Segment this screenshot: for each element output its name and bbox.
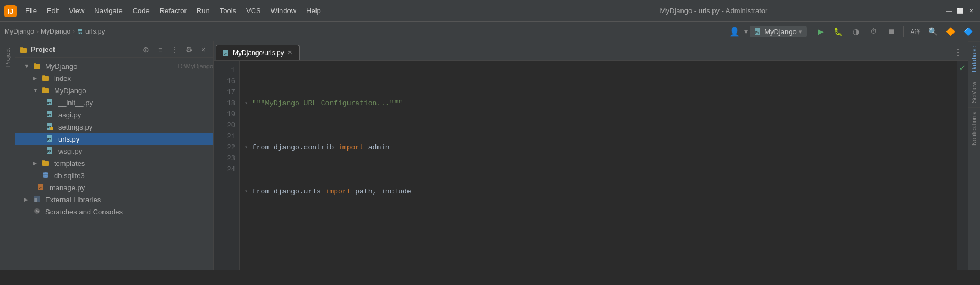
file-tree: ▼ MyDjango D:\MyDjango ▶ index — [15, 58, 213, 270]
notifications-panel-button[interactable]: Notifications — [968, 107, 980, 150]
svg-rect-6 — [20, 48, 27, 53]
run-config-dropdown[interactable]: py MyDjango ▾ — [750, 26, 807, 37]
tree-item-mydjango-folder[interactable]: ▼ MyDjango — [15, 84, 213, 96]
tree-label: asgi.py — [58, 111, 213, 119]
svg-rect-25 — [42, 161, 49, 166]
line-num-22: 22 — [214, 142, 239, 153]
tree-item-db-sqlite3[interactable]: db.sqlite3 — [15, 169, 213, 181]
code-token: import — [321, 186, 355, 197]
code-token: path, include — [355, 186, 411, 197]
tree-item-asgi-py[interactable]: py asgi.py — [15, 109, 213, 121]
menu-vcs[interactable]: VCS — [242, 4, 265, 17]
menu-help[interactable]: Help — [302, 4, 325, 17]
line-num-16: 16 — [214, 76, 239, 87]
tree-label: MyDjango — [54, 87, 213, 95]
panel-close-button[interactable]: × — [198, 44, 209, 55]
left-tool-strip: Project — [0, 41, 15, 270]
tree-label: manage.py — [50, 184, 213, 192]
menu-view[interactable]: View — [64, 4, 89, 17]
tree-item-index[interactable]: ▶ index — [15, 72, 213, 84]
translate-button[interactable]: A译 — [908, 24, 923, 39]
line-num-21: 21 — [214, 131, 239, 142]
editor-area: py MyDjango\urls.py ✕ ⋮ 1 16 17 18 19 20… — [214, 41, 968, 270]
account-button[interactable]: 👤 — [727, 24, 742, 39]
line-num-1: 1 — [214, 65, 239, 76]
folder-icon — [20, 46, 28, 53]
project-strip-label[interactable]: Project — [4, 46, 11, 69]
fold-marker[interactable]: ▾ — [244, 142, 252, 153]
maximize-button[interactable]: ⬜ — [956, 7, 965, 15]
editor-tab-urls-py[interactable]: py MyDjango\urls.py ✕ — [216, 45, 300, 60]
menu-edit[interactable]: Edit — [42, 4, 63, 17]
run-button[interactable]: ▶ — [813, 24, 829, 39]
database-panel-button[interactable]: Database — [968, 41, 980, 77]
editor-right-gutter: ✓ — [957, 61, 968, 270]
coverage-button[interactable]: ◑ — [848, 24, 864, 39]
code-line-17: ▾ from django.urls import path, include — [244, 186, 957, 197]
stop-button[interactable]: ⏹ — [884, 24, 899, 39]
menu-code[interactable]: Code — [128, 4, 154, 17]
minimize-button[interactable]: — — [945, 7, 954, 15]
close-button[interactable]: ✕ — [967, 7, 976, 15]
code-token: from — [252, 186, 274, 197]
panel-dots-button[interactable]: ⋮ — [169, 44, 180, 55]
tree-item-wsgi-py[interactable]: py wsgi.py — [15, 145, 213, 157]
plugins-button[interactable]: 🔶 — [943, 24, 958, 39]
editor-options-button[interactable]: ⋮ — [950, 45, 966, 60]
panel-settings-button[interactable]: ⚙ — [183, 44, 194, 55]
sciview-panel-button[interactable]: SciView — [968, 77, 980, 107]
svg-text:|||: ||| — [34, 197, 37, 202]
top-toolbar: MyDjango › MyDjango › py urls.py 👤 ▾ py … — [0, 22, 980, 41]
tree-item-manage-py[interactable]: py manage.py — [15, 181, 213, 193]
tab-close-button[interactable]: ✕ — [287, 49, 292, 56]
fold-marker[interactable]: ▾ — [244, 186, 252, 197]
panel-title: Project — [31, 45, 137, 53]
tree-item-urls-py[interactable]: py urls.py — [15, 133, 213, 145]
settings-button[interactable]: 🔷 — [960, 24, 976, 39]
tree-label: MyDjango — [45, 62, 175, 71]
fold-marker[interactable]: ▾ — [244, 98, 252, 109]
tree-item-settings-py[interactable]: py settings.py — [15, 121, 213, 133]
code-token: django.urls — [274, 186, 321, 197]
window-controls: — ⬜ ✕ — [945, 7, 976, 15]
code-editor[interactable]: 1 16 17 18 19 20 21 22 23 24 ▾ """MyDjan… — [214, 61, 968, 270]
tree-label: templates — [54, 159, 213, 168]
svg-point-29 — [43, 175, 48, 178]
main-layout: Project Project ⊕ ≡ ⋮ ⚙ × ▼ — [0, 41, 980, 270]
svg-text:py: py — [47, 113, 51, 116]
debug-button[interactable]: 🐛 — [831, 24, 846, 39]
tree-item-templates[interactable]: ▶ templates — [15, 157, 213, 169]
tree-label: wsgi.py — [58, 147, 213, 155]
svg-rect-11 — [42, 75, 45, 77]
svg-rect-8 — [34, 64, 40, 69]
svg-text:py: py — [755, 30, 760, 34]
menu-refactor[interactable]: Refactor — [155, 4, 191, 17]
svg-point-20 — [50, 127, 53, 130]
svg-rect-12 — [42, 88, 49, 93]
menu-file[interactable]: File — [21, 4, 41, 17]
tree-item-ext-libraries[interactable]: ▶ ||| External Libraries — [15, 193, 213, 206]
tree-label: Scratches and Consoles — [45, 208, 213, 216]
code-token: import — [334, 142, 368, 153]
menu-run[interactable]: Run — [192, 4, 214, 17]
menu-bar: File Edit View Navigate Code Refactor Ru… — [21, 4, 483, 17]
tree-item-scratches[interactable]: ✎ Scratches and Consoles — [15, 206, 213, 218]
py-file-icon: py — [223, 50, 230, 56]
tree-label: __init__.py — [58, 99, 213, 107]
tree-item-mydjango-root[interactable]: ▼ MyDjango D:\MyDjango — [15, 60, 213, 72]
svg-text:py: py — [78, 30, 83, 34]
menu-window[interactable]: Window — [266, 4, 301, 17]
panel-locate-button[interactable]: ⊕ — [140, 44, 151, 55]
menu-navigate[interactable]: Navigate — [90, 4, 127, 17]
svg-text:py: py — [47, 137, 51, 141]
profile-button[interactable]: ⏱ — [866, 24, 881, 39]
code-token: from — [252, 142, 274, 153]
menu-tools[interactable]: Tools — [215, 4, 241, 17]
code-line-18 — [244, 230, 957, 241]
code-content[interactable]: ▾ """MyDjango URL Configuration...""" ▾ … — [240, 61, 957, 270]
tree-label: External Libraries — [45, 196, 213, 204]
tree-item-init-py[interactable]: py __init__.py — [15, 96, 213, 109]
panel-collapse-button[interactable]: ≡ — [155, 44, 166, 55]
svg-text:py: py — [224, 52, 227, 55]
search-button[interactable]: 🔍 — [925, 24, 940, 39]
